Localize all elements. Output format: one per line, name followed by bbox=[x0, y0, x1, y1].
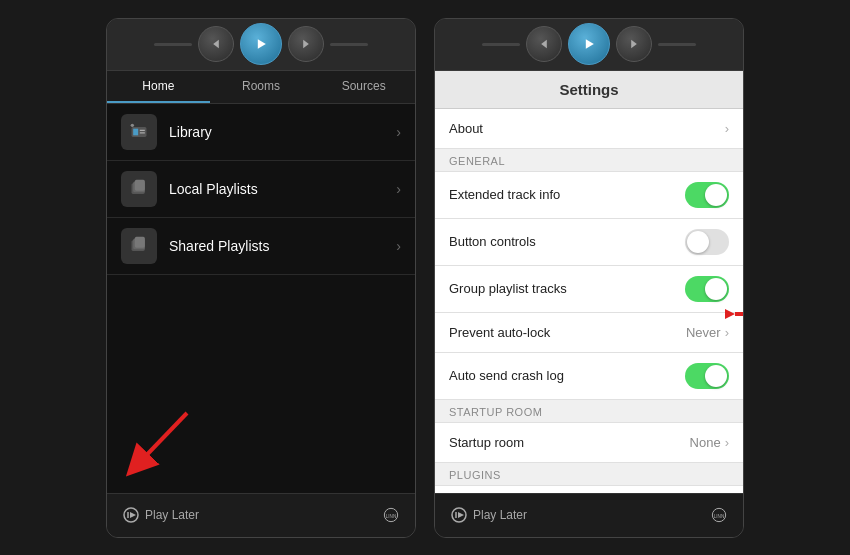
settings-extended-track-label: Extended track info bbox=[449, 187, 685, 202]
settings-general-header: GENERAL bbox=[435, 149, 743, 172]
left-local-playlists-item[interactable]: Local Playlists › bbox=[107, 161, 415, 218]
settings-plugins-header: PLUGINS bbox=[435, 463, 743, 486]
left-library-label: Library bbox=[169, 124, 396, 140]
settings-button-controls-row[interactable]: Button controls bbox=[435, 219, 743, 266]
settings-group-playlist-label: Group playlist tracks bbox=[449, 281, 685, 296]
right-prev-button[interactable] bbox=[526, 26, 562, 62]
settings-button-controls-label: Button controls bbox=[449, 234, 685, 249]
right-linn-logo: LINN bbox=[711, 507, 727, 523]
left-transport-bar bbox=[107, 19, 415, 71]
settings-extended-track-toggle[interactable] bbox=[685, 182, 729, 208]
svg-point-7 bbox=[131, 123, 134, 126]
right-device-panel: Home Rooms Sources Library › bbox=[434, 18, 744, 538]
left-local-playlists-label: Local Playlists bbox=[169, 181, 396, 197]
left-prev-button[interactable] bbox=[198, 26, 234, 62]
settings-prevent-autolock-chevron: › bbox=[725, 325, 729, 340]
left-tab-sources[interactable]: Sources bbox=[312, 71, 415, 103]
settings-about-label: About bbox=[449, 121, 725, 136]
settings-prevent-autolock-label: Prevent auto-lock bbox=[449, 325, 686, 340]
svg-text:LINN: LINN bbox=[386, 514, 397, 519]
svg-marker-16 bbox=[130, 512, 136, 518]
left-library-item[interactable]: Library › bbox=[107, 104, 415, 161]
right-play-later-label: Play Later bbox=[473, 508, 527, 522]
svg-marker-0 bbox=[213, 40, 219, 48]
left-local-playlists-chevron: › bbox=[396, 181, 401, 197]
svg-marker-2 bbox=[303, 40, 309, 48]
left-shared-playlists-label: Shared Playlists bbox=[169, 238, 396, 254]
right-transport-bar bbox=[435, 19, 743, 71]
svg-marker-22 bbox=[586, 39, 594, 49]
left-play-later-label: Play Later bbox=[145, 508, 199, 522]
settings-startup-room-header: STARTUP ROOM bbox=[435, 400, 743, 423]
settings-crash-log-label: Auto send crash log bbox=[449, 368, 685, 383]
right-play-later-item[interactable]: Play Later bbox=[451, 507, 527, 523]
left-nav-tabs: Home Rooms Sources bbox=[107, 71, 415, 104]
left-shared-playlists-icon bbox=[121, 228, 157, 264]
settings-prevent-autolock-row[interactable]: Prevent auto-lock Never › bbox=[435, 313, 743, 353]
left-bottom-bar: Play Later LINN bbox=[107, 493, 415, 537]
left-tab-rooms[interactable]: Rooms bbox=[210, 71, 313, 103]
settings-startup-room-chevron: › bbox=[725, 435, 729, 450]
settings-prevent-autolock-value: Never bbox=[686, 325, 721, 340]
settings-startup-room-value: None bbox=[690, 435, 721, 450]
settings-group-playlist-toggle[interactable] bbox=[685, 276, 729, 302]
left-shared-playlists-chevron: › bbox=[396, 238, 401, 254]
settings-overlay: Settings About › GENERAL Extended track … bbox=[435, 71, 743, 493]
settings-header: Settings bbox=[435, 71, 743, 109]
svg-marker-1 bbox=[258, 39, 266, 49]
left-linn-logo: LINN bbox=[383, 507, 399, 523]
svg-marker-33 bbox=[458, 512, 464, 518]
svg-rect-4 bbox=[133, 128, 138, 135]
left-library-chevron: › bbox=[396, 124, 401, 140]
svg-rect-10 bbox=[135, 179, 145, 190]
settings-startup-room-row[interactable]: Startup room None › bbox=[435, 423, 743, 463]
svg-text:LINN: LINN bbox=[714, 514, 725, 519]
svg-marker-21 bbox=[541, 40, 547, 48]
settings-crash-log-row[interactable]: Auto send crash log bbox=[435, 353, 743, 400]
left-library-icon bbox=[121, 114, 157, 150]
settings-crash-log-toggle[interactable] bbox=[685, 363, 729, 389]
left-device-panel: Home Rooms Sources Library › bbox=[106, 18, 416, 538]
left-play-later-item[interactable]: Play Later bbox=[123, 507, 199, 523]
left-local-playlists-icon bbox=[121, 171, 157, 207]
left-shared-playlists-item[interactable]: Shared Playlists › bbox=[107, 218, 415, 275]
settings-about-chevron: › bbox=[725, 121, 729, 136]
settings-about-row[interactable]: About › bbox=[435, 109, 743, 149]
right-bottom-bar: Play Later LINN bbox=[435, 493, 743, 537]
svg-marker-23 bbox=[631, 40, 637, 48]
left-next-button[interactable] bbox=[288, 26, 324, 62]
settings-button-controls-toggle[interactable] bbox=[685, 229, 729, 255]
settings-extended-track-row[interactable]: Extended track info bbox=[435, 172, 743, 219]
right-play-button[interactable] bbox=[568, 23, 610, 65]
right-next-button[interactable] bbox=[616, 26, 652, 62]
settings-startup-room-label: Startup room bbox=[449, 435, 690, 450]
settings-local-playlists-plugin-row[interactable]: Local Playlists bbox=[435, 486, 743, 493]
left-play-button[interactable] bbox=[240, 23, 282, 65]
left-content-area: Library › Local Playlists › bbox=[107, 104, 415, 493]
svg-rect-13 bbox=[135, 236, 145, 247]
left-tab-home[interactable]: Home bbox=[107, 71, 210, 103]
settings-group-playlist-row[interactable]: Group playlist tracks bbox=[435, 266, 743, 313]
